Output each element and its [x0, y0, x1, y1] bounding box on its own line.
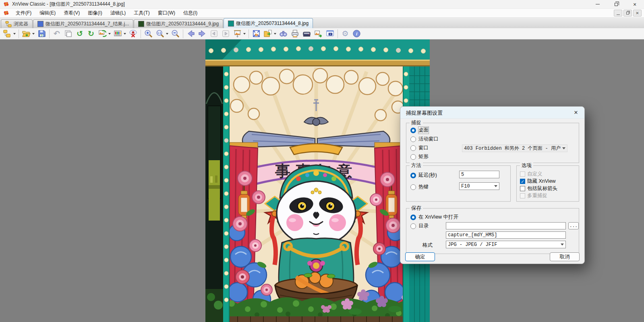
print-button[interactable] — [289, 29, 301, 39]
info-icon: i — [352, 29, 361, 38]
tab-浏览器[interactable]: 浏览器 — [1, 19, 33, 28]
toolbar-separator — [338, 29, 338, 38]
option-checkbox-label: 自定义 — [527, 171, 543, 178]
zoom-out-button[interactable] — [170, 29, 181, 39]
window-select-combo[interactable]: 403 Forbidden 和另外 2 个页面 - 用户配置 1 - M — [462, 144, 567, 152]
open-in-xnview-radio[interactable]: 在 XnView 中打开 — [410, 213, 458, 221]
capture-option-radio[interactable]: 窗口 — [410, 144, 439, 152]
fullscreen-icon — [252, 29, 261, 38]
capture-option-radio[interactable]: 活动窗口 — [410, 135, 439, 143]
fullscreen-button[interactable] — [251, 29, 262, 39]
capture-group-label: 捕捉 — [410, 120, 423, 126]
next-image-button[interactable] — [220, 29, 232, 39]
print-icon — [290, 29, 300, 38]
close-icon: × — [633, 2, 636, 7]
capture-button[interactable] — [324, 29, 336, 39]
folder-tree-icon — [5, 21, 12, 27]
browser-icon — [3, 29, 12, 38]
menu-item[interactable]: 信息(I) — [179, 9, 201, 17]
chevron-down-icon — [561, 244, 564, 246]
undo-button[interactable]: ↶ — [51, 29, 62, 39]
menu-item[interactable]: 图像(I) — [84, 9, 106, 17]
option-checkbox[interactable]: 包括鼠标箭头 — [520, 185, 557, 192]
toolbar-separator — [49, 29, 50, 38]
delay-radio[interactable]: 延迟(秒) — [410, 171, 437, 179]
red-eye-button[interactable] — [127, 29, 139, 39]
info-button[interactable]: i — [351, 29, 362, 39]
menu-item[interactable]: 窗口(W) — [154, 9, 179, 17]
ok-button[interactable]: 确定 — [405, 252, 435, 261]
filename-template-input[interactable] — [446, 231, 566, 239]
rotate-right-button[interactable]: ↻ — [85, 29, 97, 39]
delay-seconds-input[interactable] — [459, 171, 499, 178]
directory-path-input[interactable] — [446, 222, 566, 229]
tab-微信图片_20250731134444_9.jpg[interactable]: 微信图片_20250731134444_9.jpg — [134, 19, 223, 28]
save-button[interactable]: ? — [36, 29, 48, 39]
convert-button[interactable] — [97, 29, 112, 39]
window-close-button[interactable]: × — [625, 0, 644, 9]
browser-button[interactable] — [2, 29, 17, 39]
tab-label: 微信图片_20250731134444_8.jpg — [236, 20, 309, 27]
zoom-actual-button[interactable]: 1:1 — [154, 29, 170, 39]
window-minimize-button[interactable] — [588, 0, 607, 9]
menu-item[interactable]: 编辑(E) — [35, 9, 60, 17]
image-thumbnail-icon — [228, 21, 234, 27]
slideshow-icon — [233, 29, 242, 38]
close-icon: ✕ — [636, 11, 639, 15]
radio-icon — [410, 184, 416, 190]
hotkey-combo[interactable]: F10 — [459, 182, 499, 190]
rotate-left-icon: ↺ — [75, 29, 84, 38]
capture-option-radio[interactable]: 矩形 — [410, 153, 439, 161]
restore-icon — [615, 3, 618, 6]
dropdown-caret-icon — [124, 33, 126, 35]
radio-icon — [410, 145, 416, 151]
search-button[interactable] — [277, 29, 289, 39]
settings-button[interactable]: ⚙ — [340, 29, 351, 39]
menu-item[interactable]: 工具(T) — [130, 9, 153, 17]
directory-radio[interactable]: 目录 — [410, 222, 429, 230]
acquire-button[interactable] — [301, 29, 313, 39]
mdi-close-button[interactable]: ✕ — [633, 10, 642, 17]
previous-image-button[interactable] — [208, 29, 220, 39]
window-restore-button[interactable] — [607, 0, 625, 9]
toolbar-separator — [248, 29, 249, 38]
toolbar-separator — [141, 29, 141, 38]
capture-option-radio[interactable]: 桌面 — [410, 126, 439, 134]
dialog-title: 捕捉屏幕图设置 — [406, 109, 443, 117]
back-button[interactable] — [185, 29, 197, 39]
menu-item[interactable]: 滤镜(L) — [106, 9, 130, 17]
mdi-minimize-button[interactable] — [614, 10, 622, 17]
menu-item[interactable]: 文件(F) — [12, 9, 35, 17]
radio-selected-icon — [410, 173, 416, 178]
slideshow-button[interactable] — [232, 29, 247, 39]
options-group: 选项 自定义✓隐藏 XnView包括鼠标箭头多重捕捉 — [516, 165, 579, 202]
mdi-restore-button[interactable] — [623, 10, 632, 17]
tab-微信图片_20250731134444_7_结果.j...[interactable]: 微信图片_20250731134444_7_结果.j... — [33, 19, 133, 28]
option-checkbox-label: 隐藏 XnView — [527, 178, 556, 185]
option-checkbox[interactable]: ✓隐藏 XnView — [520, 178, 557, 184]
menu-item[interactable]: 查看(V) — [60, 9, 84, 17]
zoom-in-button[interactable] — [143, 29, 154, 39]
capture-option-label: 桌面 — [418, 127, 429, 134]
forward-button[interactable] — [197, 29, 208, 39]
batch-convert-button[interactable] — [313, 29, 324, 39]
hotkey-radio[interactable]: 热键 — [410, 183, 437, 191]
dropdown-caret-icon — [166, 33, 168, 35]
radio-selected-icon — [410, 128, 416, 133]
option-checkbox: 多重捕捉 — [520, 192, 557, 199]
open-with-button[interactable] — [262, 29, 277, 39]
rotate-left-button[interactable]: ↺ — [74, 29, 85, 39]
open-button[interactable] — [21, 29, 36, 39]
browse-directory-button[interactable]: ... — [568, 222, 579, 229]
capture-option-label: 矩形 — [418, 153, 429, 160]
format-combo[interactable]: JPG - JPEG / JFIF — [446, 241, 566, 248]
capture-option-label: 活动窗口 — [418, 136, 439, 142]
minimize-icon — [617, 14, 620, 15]
cancel-button[interactable]: 取消 — [550, 252, 580, 261]
crop-button[interactable] — [62, 29, 74, 39]
svg-text:1:1: 1:1 — [157, 31, 162, 34]
adjust-colors-button[interactable] — [112, 29, 127, 39]
tab-active-微信图片_20250731134444_8.jpg[interactable]: 微信图片_20250731134444_8.jpg — [224, 18, 313, 28]
dialog-close-button[interactable]: ✕ — [572, 109, 580, 117]
storefront — [205, 66, 223, 322]
